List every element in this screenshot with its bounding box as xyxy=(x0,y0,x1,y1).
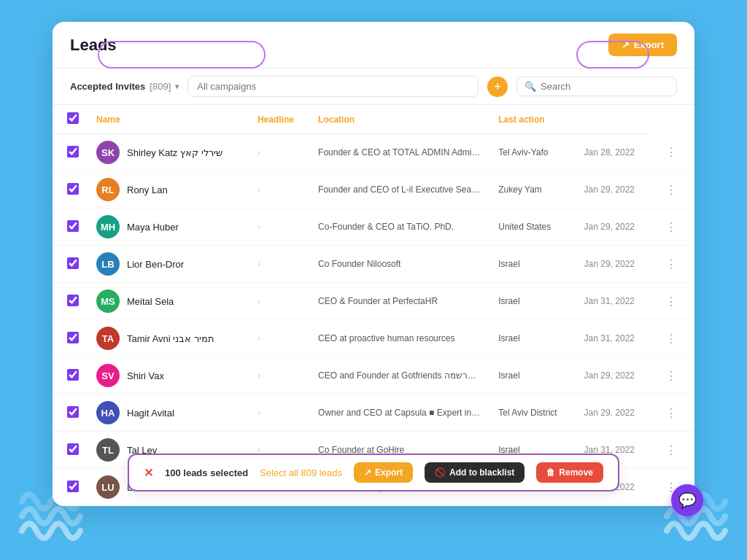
row-more-cell[interactable]: ⋮ xyxy=(652,432,694,469)
avatar: TA xyxy=(96,327,120,350)
chevron-down-icon: ▾ xyxy=(175,82,179,90)
row-checkbox-cell[interactable] xyxy=(53,357,88,394)
row-checkbox-cell[interactable] xyxy=(53,171,88,209)
row-name-cell: RL Rony Lan xyxy=(88,171,249,209)
row-checkbox[interactable] xyxy=(67,220,79,232)
row-name-cell: MS Meital Sela xyxy=(88,283,249,320)
row-location-cell: Israel xyxy=(489,357,575,394)
table-row: MS Meital Sela › CEO & Founder at Perfec… xyxy=(53,283,694,320)
row-location-cell: Zukey Yam xyxy=(489,171,575,209)
select-all-checkbox[interactable] xyxy=(67,112,79,124)
row-checkbox[interactable] xyxy=(67,257,79,269)
lead-name: Shiri Vax xyxy=(127,370,164,381)
row-checkbox[interactable] xyxy=(67,183,79,195)
actions-column-header xyxy=(576,105,652,134)
row-checkbox-cell[interactable] xyxy=(53,320,88,357)
row-name-cell: SK Shirley Katz שירלי קאץ xyxy=(88,134,249,171)
table-header-row: Name Headline Location Last action xyxy=(53,105,694,134)
row-date-cell: Jan 29, 2022 xyxy=(576,394,652,432)
row-more-button[interactable]: ⋮ xyxy=(661,219,681,236)
row-more-cell[interactable]: ⋮ xyxy=(652,246,694,283)
main-card: Leads ↗ Export Accepted Invites [809] ▾ … xyxy=(53,22,694,506)
row-name-cell: SV Shiri Vax xyxy=(88,357,249,394)
page-title: Leads xyxy=(70,36,117,55)
row-checkbox[interactable] xyxy=(67,332,79,343)
row-name-cell: MH Maya Huber xyxy=(88,209,249,246)
row-headline-cell: Owner and CEO at Capsula ■ Expert in rec… xyxy=(309,394,489,432)
row-arrow-cell: › xyxy=(249,357,309,394)
row-checkbox-cell[interactable] xyxy=(53,246,88,283)
search-wrapper: 🔍 xyxy=(516,77,677,96)
row-more-button[interactable]: ⋮ xyxy=(661,144,681,160)
row-more-cell[interactable]: ⋮ xyxy=(652,394,694,432)
row-checkbox[interactable] xyxy=(67,443,79,455)
search-icon: 🔍 xyxy=(525,81,536,92)
avatar: RL xyxy=(96,178,120,201)
location-column-header: Location xyxy=(309,105,489,134)
row-name-cell: TA Tamir Avni תמיר אבני xyxy=(88,320,249,357)
row-checkbox[interactable] xyxy=(67,146,79,158)
row-more-button[interactable]: ⋮ xyxy=(661,256,681,273)
row-checkbox-cell[interactable] xyxy=(53,209,88,246)
row-checkbox[interactable] xyxy=(67,295,79,306)
row-date-cell: Jan 29, 2022 xyxy=(576,209,652,246)
action-bar-blacklist-button[interactable]: 🚫 Add to blacklist xyxy=(425,462,525,483)
accepted-invites-button[interactable]: Accepted Invites [809] ▾ xyxy=(70,81,179,92)
table-row: TA Tamir Avni תמיר אבני › CEO at proacti… xyxy=(53,320,694,357)
row-more-button[interactable]: ⋮ xyxy=(661,405,681,421)
row-checkbox-cell[interactable] xyxy=(53,469,88,506)
row-more-cell[interactable]: ⋮ xyxy=(652,209,694,246)
row-more-cell[interactable]: ⋮ xyxy=(652,357,694,394)
table-row: SK Shirley Katz שירלי קאץ › Founder & CE… xyxy=(53,134,694,171)
select-all-link[interactable]: Select all 809 leads xyxy=(260,467,342,478)
avatar: SK xyxy=(96,141,120,164)
close-action-bar-button[interactable]: ✕ xyxy=(144,466,153,480)
campaigns-input[interactable] xyxy=(187,76,479,97)
row-checkbox[interactable] xyxy=(67,406,79,418)
row-date-cell: Jan 31, 2022 xyxy=(576,283,652,320)
row-date-cell: Jan 28, 2022 xyxy=(576,134,652,171)
search-input[interactable] xyxy=(541,81,669,92)
export-icon-small: ↗ xyxy=(364,467,371,478)
row-location-cell: Israel xyxy=(489,320,575,357)
row-checkbox-cell[interactable] xyxy=(53,394,88,432)
chat-bubble-button[interactable]: 💬 xyxy=(671,484,703,516)
row-arrow-cell: › xyxy=(249,394,309,432)
row-headline-cell: CEO at proactive human resources xyxy=(309,320,489,357)
lead-name: Lior Ben-Dror xyxy=(127,259,184,270)
row-checkbox[interactable] xyxy=(67,481,79,492)
add-campaign-button[interactable]: + xyxy=(487,77,508,97)
row-headline-cell: Co-Founder & CEO at TaTiO. PhD. xyxy=(309,209,489,246)
row-date-cell: Jan 29, 2022 xyxy=(576,171,652,209)
selected-count-text: 100 leads selected xyxy=(165,467,248,478)
row-arrow-cell: › xyxy=(249,209,309,246)
avatar: SV xyxy=(96,364,120,387)
action-bar: ✕ 100 leads selected Select all 809 lead… xyxy=(128,454,619,491)
table-row: HA Hagit Avital › Owner and CEO at Capsu… xyxy=(53,394,694,432)
row-more-cell[interactable]: ⋮ xyxy=(652,134,694,171)
avatar: LU xyxy=(96,475,120,499)
row-checkbox-cell[interactable] xyxy=(53,134,88,171)
row-checkbox-cell[interactable] xyxy=(53,283,88,320)
row-checkbox[interactable] xyxy=(67,369,79,381)
avatar: TL xyxy=(96,438,120,462)
row-more-button[interactable]: ⋮ xyxy=(661,368,681,384)
row-more-cell[interactable]: ⋮ xyxy=(652,320,694,357)
lead-name: Tamir Avni תמיר אבני xyxy=(127,333,214,344)
toolbar: Accepted Invites [809] ▾ + 🔍 xyxy=(53,69,694,105)
row-more-cell[interactable]: ⋮ xyxy=(652,171,694,209)
row-more-button[interactable]: ⋮ xyxy=(661,182,681,198)
card-header: Leads ↗ Export xyxy=(53,22,694,69)
lead-name: Meital Sela xyxy=(127,296,174,307)
select-all-header[interactable] xyxy=(53,105,88,134)
row-more-cell[interactable]: ⋮ xyxy=(652,283,694,320)
row-more-button[interactable]: ⋮ xyxy=(661,293,681,310)
action-bar-remove-button[interactable]: 🗑 Remove xyxy=(536,462,603,483)
action-bar-export-button[interactable]: ↗ Export xyxy=(354,462,413,483)
export-icon: ↗ xyxy=(622,39,630,50)
export-button[interactable]: ↗ Export xyxy=(608,34,677,56)
row-more-button[interactable]: ⋮ xyxy=(661,442,681,459)
row-checkbox-cell[interactable] xyxy=(53,432,88,469)
leads-table: Name Headline Location Last action SK Sh… xyxy=(53,105,694,506)
row-more-button[interactable]: ⋮ xyxy=(661,330,681,347)
